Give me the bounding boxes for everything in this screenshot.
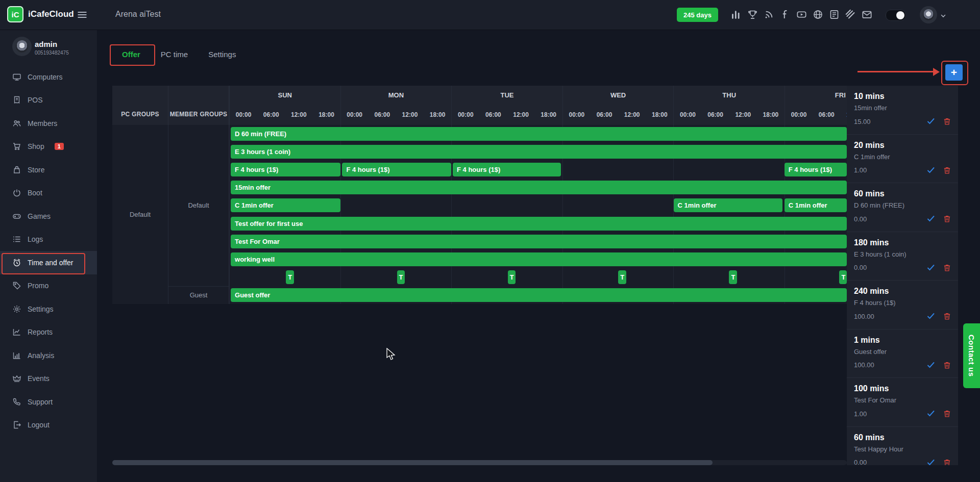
- offer-bar[interactable]: Test For Omar: [231, 235, 847, 248]
- sidebar-item-logs[interactable]: Logs: [0, 228, 97, 251]
- offer-bar[interactable]: C 1min offer: [785, 198, 847, 212]
- time-icon: [12, 258, 21, 267]
- offer-bar[interactable]: F 4 hours (1$): [453, 163, 561, 176]
- offer-delete-trash-icon[interactable]: [943, 215, 951, 223]
- offer-bar[interactable]: Guest offer: [231, 288, 847, 302]
- rss-icon[interactable]: [764, 9, 774, 20]
- offer-apply-check-icon[interactable]: [927, 362, 935, 369]
- shop-count-badge: 1: [55, 143, 64, 150]
- sidebar-item-logout[interactable]: Logout: [0, 414, 97, 437]
- brand[interactable]: iC iCafeCloud: [7, 6, 74, 22]
- sidebar-item-events[interactable]: Events: [0, 367, 97, 391]
- youtube-icon[interactable]: [796, 9, 807, 20]
- stats-icon[interactable]: [731, 9, 742, 20]
- sidebar-item-shop[interactable]: Shop1: [0, 135, 97, 159]
- offer-bar[interactable]: 15min offer: [231, 181, 847, 194]
- offer-apply-check-icon[interactable]: [927, 410, 935, 417]
- sidebar-item-members[interactable]: Members: [0, 112, 97, 135]
- tab-settings[interactable]: Settings: [208, 48, 236, 61]
- offer-delete-trash-icon[interactable]: [943, 361, 951, 369]
- trophy-icon[interactable]: [747, 9, 758, 20]
- member-group-cell-default: Default: [168, 125, 229, 286]
- profile-avatar[interactable]: [12, 37, 32, 56]
- offer-delete-trash-icon[interactable]: [943, 459, 951, 466]
- offer-bar[interactable]: working well: [231, 252, 847, 266]
- events-icon: [12, 374, 21, 383]
- offer-bar[interactable]: T: [397, 270, 405, 284]
- horizontal-scrollbar[interactable]: [112, 460, 847, 465]
- offer-delete-trash-icon[interactable]: [943, 264, 951, 272]
- contact-us-button[interactable]: Contact us: [963, 323, 980, 388]
- layers-icon[interactable]: [845, 9, 856, 20]
- offer-bar[interactable]: T: [729, 270, 737, 284]
- offer-apply-check-icon[interactable]: [927, 215, 935, 222]
- offer-list-item: 100 minsTest For Omar1.00: [847, 378, 958, 427]
- sidebar-item-reports[interactable]: Reports: [0, 321, 97, 344]
- offer-bar[interactable]: T: [839, 270, 847, 284]
- globe-icon[interactable]: [813, 9, 823, 20]
- scrollbar-thumb[interactable]: [112, 460, 713, 465]
- sidebar-item-time-and-offer[interactable]: Time and offer: [0, 251, 97, 274]
- offer-bar[interactable]: D 60 min (FREE): [231, 127, 847, 141]
- sidebar-item-label: Shop: [28, 142, 44, 150]
- offer-bar[interactable]: T: [508, 270, 516, 284]
- offer-list-item: 180 minsE 3 hours (1 coin)0.00: [847, 232, 958, 281]
- theme-toggle[interactable]: [886, 10, 906, 21]
- sidebar-item-store[interactable]: Store: [0, 158, 97, 182]
- offer-apply-check-icon[interactable]: [927, 313, 935, 320]
- sidebar-item-support[interactable]: Support: [0, 390, 97, 414]
- sidebar-item-games[interactable]: Games: [0, 205, 97, 228]
- sidebar-item-label: Settings: [28, 305, 54, 313]
- offer-bar[interactable]: C 1min offer: [674, 198, 783, 212]
- tab-offer[interactable]: Offer: [122, 48, 140, 61]
- offer-delete-trash-icon[interactable]: [943, 117, 951, 125]
- offer-bar[interactable]: F 4 hours (1$): [231, 163, 340, 176]
- offer-delete-trash-icon[interactable]: [943, 410, 951, 418]
- time-tick: 18:00: [312, 111, 340, 118]
- sidebar-item-computers[interactable]: Computers: [0, 65, 97, 89]
- facebook-icon[interactable]: [780, 9, 791, 20]
- time-tick: 06:00: [813, 111, 840, 118]
- offer-apply-check-icon[interactable]: [927, 459, 935, 466]
- offer-delete-trash-icon[interactable]: [943, 166, 951, 174]
- day-label: MON: [341, 91, 452, 99]
- sidebar-item-boot[interactable]: Boot: [0, 182, 97, 205]
- offer-apply-check-icon[interactable]: [927, 264, 935, 271]
- tab-bar: OfferPC timeSettings: [122, 48, 236, 61]
- offer-bar[interactable]: C 1min offer: [231, 198, 340, 212]
- time-tick: 00:00: [785, 111, 813, 118]
- offer-apply-check-icon[interactable]: [927, 167, 935, 174]
- day-label: SUN: [230, 91, 340, 99]
- schedule-row: Guest offer: [229, 286, 847, 304]
- time-tick: 12:00: [285, 111, 312, 118]
- offer-bar[interactable]: F 4 hours (1$): [342, 163, 451, 176]
- tab-pc-time[interactable]: PC time: [161, 48, 188, 61]
- chevron-down-icon[interactable]: [940, 13, 946, 19]
- sidebar-item-settings[interactable]: Settings: [0, 297, 97, 321]
- add-offer-button[interactable]: +: [945, 64, 963, 81]
- offer-price: 0.00: [854, 459, 927, 465]
- offer-apply-check-icon[interactable]: [927, 118, 935, 125]
- user-avatar[interactable]: [920, 6, 937, 23]
- sidebar-item-analysis[interactable]: Analysis: [0, 344, 97, 367]
- schedule-row: 15min offer: [229, 179, 847, 196]
- offer-bar[interactable]: Test offer for first use: [231, 217, 847, 231]
- sidebar-item-promo[interactable]: Promo: [0, 274, 97, 298]
- offer-price: 0.00: [854, 264, 927, 271]
- mail-icon[interactable]: [862, 9, 872, 20]
- time-tick: 12:00: [840, 111, 847, 118]
- sidebar-item-pos[interactable]: POS: [0, 89, 97, 112]
- billing-icon[interactable]: [829, 9, 840, 20]
- time-tick: 06:00: [702, 111, 729, 118]
- logout-icon: [12, 420, 21, 429]
- offer-bar[interactable]: T: [286, 270, 294, 284]
- offer-delete-trash-icon[interactable]: [943, 312, 951, 320]
- offer-bar[interactable]: E 3 hours (1 coin): [231, 145, 847, 159]
- license-days-badge[interactable]: 245 days: [677, 8, 718, 22]
- day-label: FRI: [785, 91, 847, 99]
- offer-bar[interactable]: F 4 hours (1$): [785, 163, 847, 176]
- menu-icon[interactable]: [77, 10, 87, 20]
- offer-bar[interactable]: T: [618, 270, 626, 284]
- offer-price: 15.00: [854, 118, 927, 125]
- offer-duration: 1 mins: [854, 336, 951, 345]
